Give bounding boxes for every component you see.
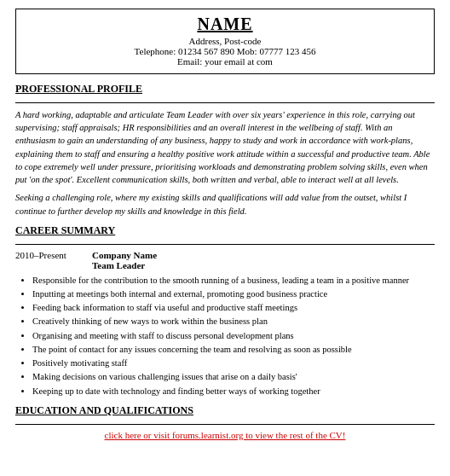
cv-name: NAME <box>25 15 425 34</box>
cv-email: Email: your email at com <box>25 56 425 67</box>
bullet-item: The point of contact for any issues conc… <box>32 343 435 356</box>
career-summary-section: CAREER SUMMARY 2010–Present Company Name… <box>15 224 435 398</box>
cv-header: NAME Address, Post-code Telephone: 01234… <box>15 9 435 74</box>
bullet-item: Responsible for the contribution to the … <box>32 274 435 287</box>
bullet-item: Creatively thinking of new ways to work … <box>32 315 435 328</box>
career-summary-title: CAREER SUMMARY <box>15 224 435 237</box>
cv-link[interactable]: click here or visit forums.learnist.org … <box>15 430 435 440</box>
profile-paragraph-1: A hard working, adaptable and articulate… <box>15 108 435 186</box>
professional-profile-title: PROFESSIONAL PROFILE <box>15 83 435 96</box>
career-dates: 2010–Present <box>15 250 92 270</box>
education-divider <box>15 424 435 425</box>
career-bullet-list: Responsible for the contribution to the … <box>15 274 435 398</box>
bullet-item: Making decisions on various challenging … <box>32 370 435 383</box>
company-name: Company Name <box>92 250 435 260</box>
education-title: EDUCATION AND QUALIFICATIONS <box>15 404 435 417</box>
education-section: EDUCATION AND QUALIFICATIONS click here … <box>15 404 435 440</box>
career-divider <box>15 244 435 245</box>
profile-paragraph-2: Seeking a challenging role, where my exi… <box>15 191 435 217</box>
bullet-item: Keeping up to date with technology and f… <box>32 385 435 398</box>
career-details: Company Name Team Leader <box>92 250 435 270</box>
bullet-item: Organising and meeting with staff to dis… <box>32 329 435 342</box>
bullet-item: Feeding back information to staff via us… <box>32 301 435 314</box>
profile-divider <box>15 102 435 103</box>
bullet-item: Inputting at meetings both internal and … <box>32 287 435 300</box>
cv-address: Address, Post-code <box>25 36 425 46</box>
career-entry: 2010–Present Company Name Team Leader <box>15 250 435 270</box>
professional-profile-section: PROFESSIONAL PROFILE A hard working, ada… <box>15 83 435 218</box>
job-title: Team Leader <box>92 260 435 270</box>
bullet-item: Positively motivating staff <box>32 357 435 369</box>
cv-telephone: Telephone: 01234 567 890 Mob: 07777 123 … <box>25 46 425 56</box>
